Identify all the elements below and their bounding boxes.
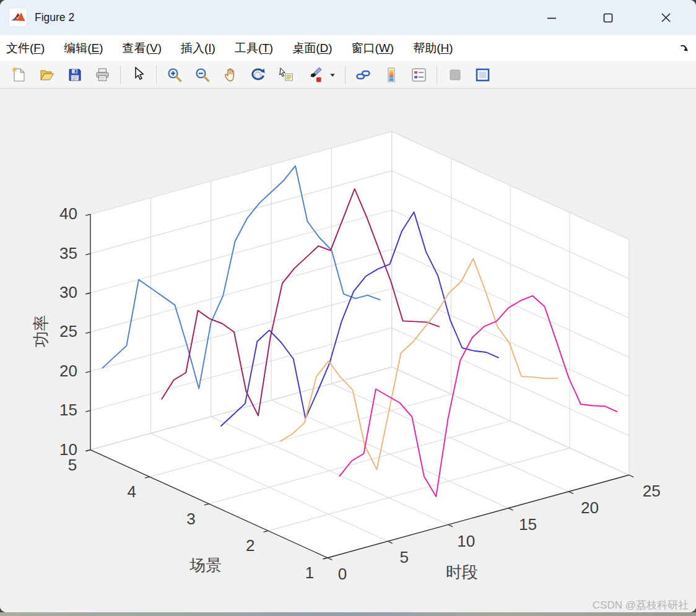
minimize-button[interactable] (537, 0, 566, 35)
dock-arrow-icon[interactable] (679, 43, 691, 53)
toolbar-separator (345, 66, 346, 84)
data-cursor-icon (278, 67, 294, 83)
tick-label: 40 (59, 204, 77, 223)
tick-label: 15 (519, 515, 537, 534)
print-figure-icon (95, 67, 111, 83)
zoom-in-icon (167, 67, 183, 83)
maximize-button[interactable] (594, 0, 622, 35)
tick-label: 3 (186, 510, 195, 528)
close-button[interactable] (651, 0, 680, 35)
watermark: CSDN @荔枝科研社 (593, 598, 689, 612)
figure-canvas[interactable]: 05101520251234510152025303540功率场景时段 (0, 89, 696, 612)
new-figure-icon (11, 67, 27, 83)
dock-figure-button[interactable] (469, 63, 497, 87)
insert-legend-button[interactable] (405, 63, 433, 87)
menu-item[interactable]: 桌面(D) (292, 40, 332, 56)
menu-item[interactable]: 工具(T) (235, 40, 273, 56)
plot-tools-off-icon (447, 67, 463, 83)
tick-label: 2 (246, 536, 254, 555)
tick-label: 0 (338, 565, 347, 583)
rotate-3d-button[interactable] (244, 63, 272, 87)
desktop-background-sliver (0, 612, 696, 616)
tick-label: 10 (457, 532, 475, 550)
tick-label: 10 (59, 440, 77, 459)
insert-colorbar-button[interactable] (377, 63, 405, 87)
matlab-logo-icon (9, 8, 27, 27)
open-file-icon (39, 67, 55, 83)
close-icon (661, 12, 671, 23)
axes-background (90, 131, 629, 558)
brush-dropdown-icon (328, 67, 341, 83)
edit-cursor-button[interactable] (124, 63, 152, 87)
tick-label: 1 (305, 563, 314, 582)
open-file-button[interactable] (33, 63, 61, 87)
link-plots-icon (355, 67, 372, 83)
toolbar-separator (156, 66, 157, 84)
brush-dropdown-button[interactable] (328, 63, 341, 87)
maximize-icon (603, 13, 613, 23)
insert-legend-icon (411, 67, 427, 83)
dock-figure-icon (475, 67, 491, 83)
menu-item[interactable]: 编辑(E) (64, 40, 103, 56)
tick-label: 4 (128, 482, 136, 501)
rotate-3d-icon (250, 67, 266, 83)
menu-item[interactable]: 插入(I) (181, 40, 215, 56)
toolbar-separator (120, 66, 121, 84)
edit-cursor-icon (131, 67, 147, 83)
brush-data-icon (306, 67, 322, 83)
insert-colorbar-icon (383, 67, 399, 83)
pan-icon (222, 67, 238, 83)
new-figure-button[interactable] (5, 63, 33, 87)
tick-label: 35 (59, 244, 77, 262)
zoom-out-icon (194, 67, 211, 83)
axis-label: 功率 (32, 315, 50, 347)
title-bar: Figure 2 (0, 0, 696, 35)
print-figure-button[interactable] (89, 63, 116, 87)
figure-window: Figure 2 文件(F)编辑(E)查看(V)插入(I)工具(T)桌面(D)窗… (0, 0, 696, 612)
menu-item[interactable]: 帮助(H) (413, 40, 453, 56)
data-cursor-button[interactable] (272, 63, 300, 87)
menu-item[interactable]: 窗口(W) (352, 40, 394, 56)
menu-item[interactable]: 文件(F) (6, 40, 45, 56)
brush-data-button[interactable] (300, 63, 328, 87)
zoom-out-button[interactable] (188, 63, 216, 87)
link-plots-button[interactable] (349, 63, 377, 87)
axis-label: 时段 (446, 563, 478, 581)
tick-label: 25 (643, 482, 661, 500)
tick-label: 20 (581, 498, 599, 517)
tick-label: 25 (59, 322, 77, 341)
menu-item[interactable]: 查看(V) (123, 40, 162, 56)
pan-button[interactable] (216, 63, 244, 87)
axis-label: 场景 (189, 556, 222, 575)
zoom-in-button[interactable] (160, 63, 188, 87)
minimize-icon (547, 13, 557, 23)
save-figure-button[interactable] (61, 63, 89, 87)
save-figure-icon (67, 67, 83, 83)
menu-bar: 文件(F)编辑(E)查看(V)插入(I)工具(T)桌面(D)窗口(W)帮助(H) (0, 35, 696, 61)
plot3d-axes: 05101520251234510152025303540功率场景时段 (0, 89, 696, 612)
toolbar (0, 61, 696, 89)
tick-label: 20 (59, 362, 77, 380)
plot-tools-off-button[interactable] (441, 63, 469, 87)
tick-label: 30 (59, 283, 77, 301)
window-title: Figure 2 (35, 0, 74, 35)
tick-label: 15 (59, 401, 77, 419)
tick-label: 5 (400, 548, 409, 566)
toolbar-separator (437, 66, 437, 84)
